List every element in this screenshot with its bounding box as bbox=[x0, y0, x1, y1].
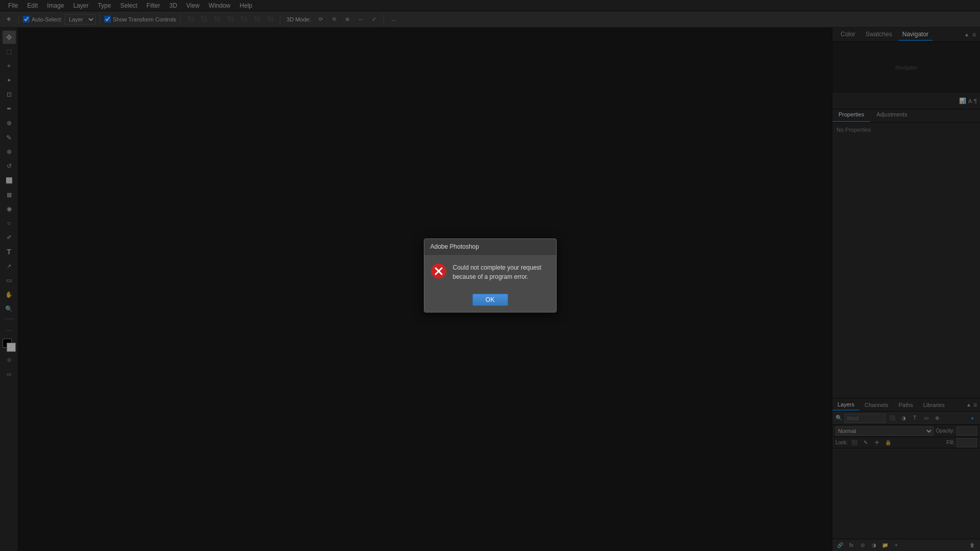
dialog-title: Adobe Photoshop bbox=[431, 243, 479, 250]
dialog-body: Could not complete your request because … bbox=[424, 255, 556, 290]
dialog-footer: OK bbox=[424, 290, 556, 312]
dialog-overlay: Adobe Photoshop Could not complete your … bbox=[0, 0, 980, 551]
dialog-titlebar: Adobe Photoshop bbox=[424, 239, 556, 255]
ok-button[interactable]: OK bbox=[472, 294, 508, 306]
error-dialog: Adobe Photoshop Could not complete your … bbox=[424, 238, 557, 313]
dialog-message: Could not complete your request because … bbox=[453, 263, 550, 281]
error-icon bbox=[431, 263, 447, 279]
